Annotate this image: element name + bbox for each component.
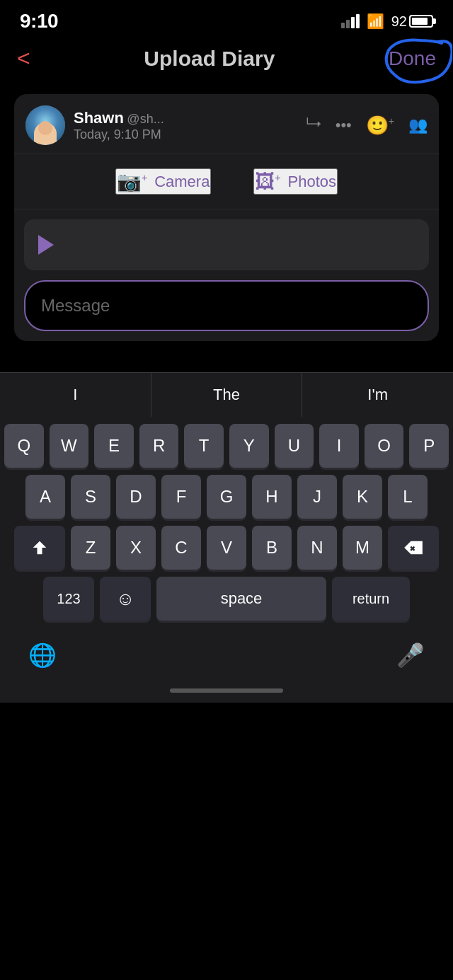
user-info: Shawn @sh... Today, 9:10 PM bbox=[74, 109, 297, 142]
key-k[interactable]: K bbox=[343, 475, 382, 519]
key-h[interactable]: H bbox=[252, 475, 292, 519]
key-x[interactable]: X bbox=[116, 526, 156, 570]
keyboard-row-1: Q W E R T Y U I O P bbox=[4, 424, 449, 468]
post-actions: ⮡ ••• 🙂+ 👥 bbox=[306, 115, 428, 137]
key-c[interactable]: C bbox=[161, 526, 201, 570]
key-r[interactable]: R bbox=[139, 424, 179, 468]
add-emoji-icon[interactable]: 🙂+ bbox=[366, 115, 394, 137]
key-g[interactable]: G bbox=[207, 475, 246, 519]
post-header: Shawn @sh... Today, 9:10 PM ⮡ ••• 🙂+ 👥 bbox=[14, 94, 439, 154]
key-s[interactable]: S bbox=[71, 475, 110, 519]
key-a[interactable]: A bbox=[25, 475, 65, 519]
keyboard: Q W E R T Y U I O P A S D F G H J K L Z … bbox=[0, 417, 453, 632]
camera-button[interactable]: 📷+ Camera bbox=[115, 168, 211, 195]
key-u[interactable]: U bbox=[275, 424, 314, 468]
key-d[interactable]: D bbox=[116, 475, 156, 519]
space-key[interactable]: space bbox=[156, 577, 326, 621]
content-area: Shawn @sh... Today, 9:10 PM ⮡ ••• 🙂+ 👥 📷… bbox=[0, 83, 453, 352]
page-title: Upload Diary bbox=[144, 47, 275, 71]
home-indicator bbox=[0, 683, 453, 703]
camera-label: Camera bbox=[154, 173, 210, 191]
microphone-icon[interactable]: 🎤 bbox=[396, 642, 425, 669]
camera-icon: 📷+ bbox=[117, 170, 147, 193]
key-p[interactable]: P bbox=[409, 424, 449, 468]
keyboard-suggestions: I The I'm bbox=[0, 372, 453, 417]
key-e[interactable]: E bbox=[94, 424, 134, 468]
play-button[interactable] bbox=[38, 235, 54, 255]
key-t[interactable]: T bbox=[184, 424, 224, 468]
status-time: 9:10 bbox=[20, 10, 58, 33]
battery-icon bbox=[409, 15, 433, 28]
num-key[interactable]: 123 bbox=[43, 577, 94, 621]
video-placeholder[interactable] bbox=[24, 219, 429, 270]
suggestion-im[interactable]: I'm bbox=[302, 373, 453, 417]
photos-label: Photos bbox=[288, 173, 337, 191]
shift-key[interactable] bbox=[14, 526, 65, 570]
key-v[interactable]: V bbox=[207, 526, 246, 570]
key-f[interactable]: F bbox=[161, 475, 201, 519]
wifi-icon: 📶 bbox=[367, 13, 384, 30]
key-i[interactable]: I bbox=[319, 424, 359, 468]
user-handle: @sh... bbox=[127, 112, 164, 126]
media-row: 📷+ Camera 🖼+ Photos bbox=[14, 154, 439, 209]
done-button[interactable]: Done bbox=[389, 47, 436, 69]
photos-icon: 🖼+ bbox=[255, 170, 280, 193]
key-z[interactable]: Z bbox=[71, 526, 110, 570]
signal-icon bbox=[341, 14, 360, 28]
key-y[interactable]: Y bbox=[229, 424, 269, 468]
done-button-container[interactable]: Done bbox=[389, 47, 436, 70]
battery-indicator: 92 bbox=[391, 13, 433, 30]
key-w[interactable]: W bbox=[50, 424, 89, 468]
key-j[interactable]: J bbox=[297, 475, 337, 519]
message-input[interactable]: Message bbox=[24, 280, 429, 331]
photos-button[interactable]: 🖼+ Photos bbox=[253, 168, 338, 195]
emoji-key[interactable]: ☺ bbox=[100, 577, 151, 621]
key-b[interactable]: B bbox=[252, 526, 292, 570]
message-placeholder: Message bbox=[41, 296, 110, 315]
backspace-key[interactable] bbox=[388, 526, 439, 570]
post-card: Shawn @sh... Today, 9:10 PM ⮡ ••• 🙂+ 👥 📷… bbox=[14, 94, 439, 341]
share-icon[interactable]: ⮡ bbox=[306, 116, 321, 134]
add-user-icon[interactable]: 👥 bbox=[408, 116, 428, 134]
suggestion-i[interactable]: I bbox=[0, 373, 151, 417]
key-q[interactable]: Q bbox=[4, 424, 44, 468]
avatar bbox=[25, 105, 65, 145]
more-icon[interactable]: ••• bbox=[336, 116, 352, 134]
key-n[interactable]: N bbox=[297, 526, 337, 570]
key-o[interactable]: O bbox=[365, 424, 404, 468]
key-m[interactable]: M bbox=[343, 526, 382, 570]
key-l[interactable]: L bbox=[388, 475, 428, 519]
back-button[interactable]: < bbox=[17, 45, 30, 71]
keyboard-row-2: A S D F G H J K L bbox=[4, 475, 449, 519]
suggestion-the[interactable]: The bbox=[151, 373, 303, 417]
keyboard-row-4: 123 ☺ space return bbox=[4, 577, 449, 621]
username: Shawn bbox=[74, 109, 124, 127]
post-time: Today, 9:10 PM bbox=[74, 127, 297, 142]
bottom-bar: 🌐 🎤 bbox=[0, 632, 453, 683]
nav-bar: < Upload Diary Done bbox=[0, 38, 453, 83]
return-key[interactable]: return bbox=[332, 577, 410, 621]
username-row: Shawn @sh... bbox=[74, 109, 297, 127]
keyboard-row-3: Z X C V B N M bbox=[4, 526, 449, 570]
status-icons: 📶 92 bbox=[341, 13, 433, 30]
globe-icon[interactable]: 🌐 bbox=[28, 642, 57, 669]
status-bar: 9:10 📶 92 bbox=[0, 0, 453, 38]
home-bar bbox=[170, 688, 283, 693]
battery-level: 92 bbox=[391, 13, 407, 30]
